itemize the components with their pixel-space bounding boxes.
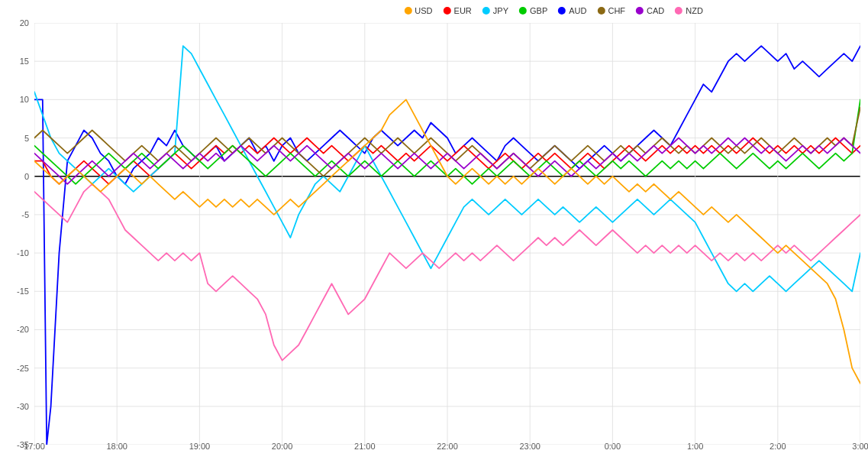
y-tick-20: 20	[20, 18, 29, 28]
usd-label: USD	[415, 6, 432, 15]
aud-dot	[558, 7, 566, 15]
chart-container: USD EUR JPY GBP AUD CHF CAD NZD	[0, 0, 868, 460]
jpy-label: JPY	[493, 6, 508, 15]
y-tick--5: -5	[21, 210, 29, 219]
y-tick--30: -30	[17, 402, 29, 411]
y-tick-10: 10	[20, 95, 29, 104]
eur-label: EUR	[454, 6, 472, 15]
chf-dot	[597, 7, 605, 15]
y-tick--20: -20	[17, 325, 29, 334]
legend-jpy: JPY	[482, 6, 508, 15]
chart-svg	[34, 23, 860, 445]
nzd-label: NZD	[686, 6, 703, 15]
usd-dot	[404, 7, 411, 15]
y-tick-5: 5	[24, 134, 29, 143]
y-axis: 20151050-5-10-15-20-25-30-35	[0, 23, 32, 445]
legend-nzd: NZD	[675, 6, 703, 15]
gbp-label: GBP	[530, 6, 547, 15]
legend-chf: CHF	[597, 6, 625, 15]
legend-gbp: GBP	[519, 6, 547, 15]
chart-legend: USD EUR JPY GBP AUD CHF CAD NZD	[404, 6, 703, 15]
y-tick--10: -10	[17, 248, 29, 258]
cad-dot	[636, 7, 644, 15]
y-tick--15: -15	[17, 287, 29, 296]
y-tick-15: 15	[20, 57, 29, 66]
cad-label: CAD	[647, 6, 664, 15]
nzd-dot	[675, 7, 682, 15]
eur-dot	[444, 7, 451, 15]
legend-aud: AUD	[558, 6, 586, 15]
y-tick--25: -25	[17, 364, 29, 373]
aud-label: AUD	[569, 6, 586, 15]
chf-label: CHF	[608, 6, 625, 15]
legend-usd: USD	[404, 6, 432, 15]
gbp-dot	[519, 7, 527, 15]
legend-cad: CAD	[636, 6, 664, 15]
jpy-dot	[482, 7, 490, 15]
legend-eur: EUR	[444, 6, 472, 15]
y-tick-0: 0	[24, 172, 29, 181]
